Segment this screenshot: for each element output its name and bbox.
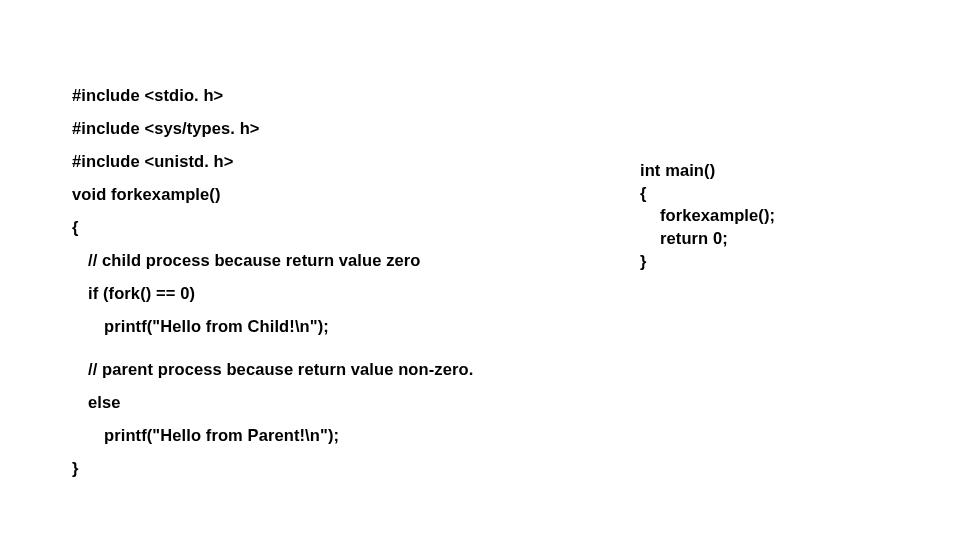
code-line: } [640, 251, 880, 272]
code-line: if (fork() == 0) [72, 284, 502, 303]
code-line: #include <sys/types. h> [72, 119, 502, 138]
code-line: printf("Hello from Parent!\n"); [72, 426, 502, 445]
code-line: { [640, 183, 880, 204]
code-line: } [72, 459, 502, 478]
code-line: #include <unistd. h> [72, 152, 502, 171]
blank-line [72, 350, 502, 360]
code-line: return 0; [640, 228, 880, 249]
code-line: // child process because return value ze… [72, 251, 502, 270]
code-line: #include <stdio. h> [72, 86, 502, 105]
code-line: printf("Hello from Child!\n"); [72, 317, 502, 336]
code-line: // parent process because return value n… [72, 360, 502, 379]
code-line: forkexample(); [640, 205, 880, 226]
code-block-left: #include <stdio. h> #include <sys/types.… [72, 86, 502, 492]
code-line: void forkexample() [72, 185, 502, 204]
code-line: { [72, 218, 502, 237]
code-line: else [72, 393, 502, 412]
code-block-right: int main() { forkexample(); return 0; } [640, 160, 880, 273]
slide: #include <stdio. h> #include <sys/types.… [0, 0, 960, 540]
code-line: int main() [640, 160, 880, 181]
